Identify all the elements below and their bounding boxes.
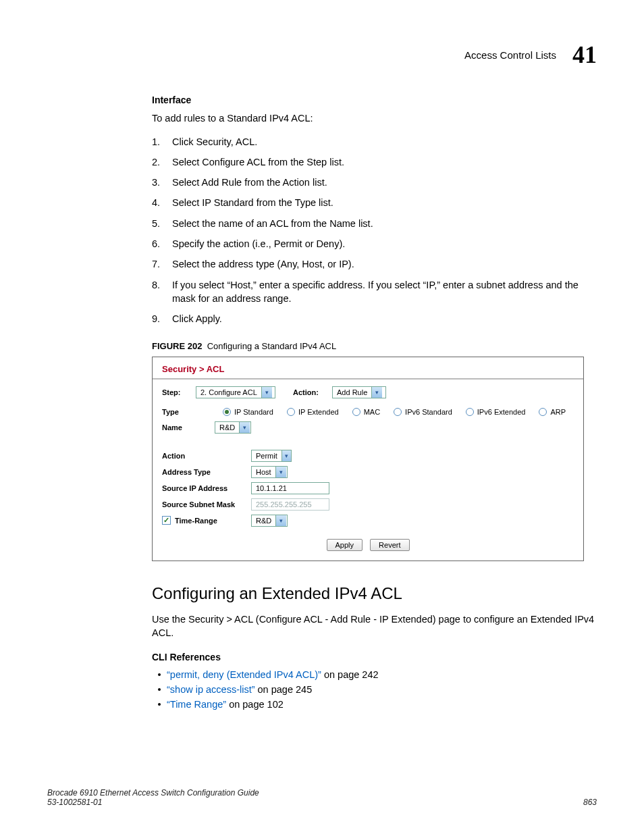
name-label: Name — [162, 423, 209, 432]
revert-button[interactable]: Revert — [370, 539, 409, 551]
chevron-down-icon: ▾ — [371, 387, 382, 398]
radio-icon — [352, 408, 360, 416]
cli-ref-link[interactable]: “show ip access-list” — [167, 684, 255, 695]
chevron-down-icon: ▾ — [239, 422, 250, 433]
radio-mac[interactable]: MAC — [352, 408, 380, 416]
list-item: 3.Select Add Rule from the Action list. — [152, 176, 597, 189]
list-item: 6.Specify the action (i.e., Permit or De… — [152, 237, 597, 251]
footer-doc-id: 53-1002581-01 — [47, 798, 259, 807]
field-timerange-label: ✓ Time-Range — [162, 516, 251, 525]
section-paragraph: Use the Security > ACL (Configure ACL - … — [152, 613, 597, 640]
page-header: Access Control Lists 41 — [464, 41, 597, 69]
source-ip-input[interactable]: 10.1.1.21 — [251, 482, 329, 494]
source-mask-input: 255.255.255.255 — [251, 498, 329, 511]
section-heading: Configuring an Extended IPv4 ACL — [152, 584, 597, 603]
radio-ip-standard[interactable]: IP Standard — [223, 408, 273, 416]
list-item: 2.Select Configure ACL from the Step lis… — [152, 155, 597, 169]
name-select[interactable]: R&D ▾ — [215, 421, 251, 434]
header-section-title: Access Control Lists — [464, 49, 556, 61]
list-item: •“show ip access-list” on page 245 — [152, 684, 597, 695]
step-label: Step: — [162, 388, 190, 396]
field-addrtype-select[interactable]: Host ▾ — [251, 466, 288, 478]
field-srcmask-label: Source Subnet Mask — [162, 500, 251, 509]
cli-references-list: •“permit, deny (Extended IPv4 ACL)” on p… — [152, 669, 597, 710]
page-number: 863 — [583, 798, 597, 807]
radio-ipv6-extended[interactable]: IPv6 Extended — [466, 408, 526, 416]
figure-title: Configuring a Standard IPv4 ACL — [207, 341, 337, 351]
chevron-down-icon: ▾ — [261, 387, 272, 398]
list-item: 8.If you select “Host,” enter a specific… — [152, 278, 597, 306]
list-item: •“permit, deny (Extended IPv4 ACL)” on p… — [152, 669, 597, 680]
radio-icon — [394, 408, 402, 416]
list-item: 1.Click Security, ACL. — [152, 135, 597, 149]
chapter-number: 41 — [572, 41, 597, 69]
action-label: Action: — [293, 388, 327, 396]
action-select[interactable]: Add Rule ▾ — [332, 386, 386, 398]
breadcrumb: Security > ACL — [153, 357, 583, 378]
page-footer: Brocade 6910 Ethernet Access Switch Conf… — [47, 788, 597, 807]
steps-list: 1.Click Security, ACL. 2.Select Configur… — [152, 135, 597, 326]
chevron-down-icon: ▾ — [281, 450, 291, 461]
list-item: •“Time Range” on page 102 — [152, 699, 597, 710]
radio-ipv6-standard[interactable]: IPv6 Standard — [394, 408, 452, 416]
list-item: 4.Select IP Standard from the Type list. — [152, 196, 597, 209]
list-item: 7.Select the address type (Any, Host, or… — [152, 257, 597, 271]
field-addrtype-label: Address Type — [162, 468, 251, 476]
cli-references-heading: CLI References — [152, 652, 597, 662]
interface-intro: To add rules to a Standard IPv4 ACL: — [152, 112, 597, 126]
cli-ref-link[interactable]: “permit, deny (Extended IPv4 ACL)” — [167, 669, 321, 680]
radio-icon — [539, 408, 547, 416]
chevron-down-icon: ▾ — [275, 467, 286, 477]
list-item: 9.Click Apply. — [152, 312, 597, 325]
interface-heading: Interface — [152, 95, 597, 105]
field-action-label: Action — [162, 452, 251, 460]
footer-doc-title: Brocade 6910 Ethernet Access Switch Conf… — [47, 788, 259, 798]
apply-button[interactable]: Apply — [327, 539, 363, 551]
cli-ref-link[interactable]: “Time Range” — [167, 699, 226, 710]
radio-arp[interactable]: ARP — [539, 408, 566, 416]
chevron-down-icon: ▾ — [275, 515, 286, 526]
time-range-checkbox[interactable]: ✓ — [162, 516, 171, 525]
field-action-select[interactable]: Permit ▾ — [251, 450, 292, 462]
figure-caption: FIGURE 202 Configuring a Standard IPv4 A… — [152, 341, 597, 351]
radio-ip-extended[interactable]: IP Extended — [287, 408, 339, 416]
step-select[interactable]: 2. Configure ACL ▾ — [196, 386, 275, 398]
list-item: 5.Select the name of an ACL from the Nam… — [152, 217, 597, 230]
field-srcip-label: Source IP Address — [162, 484, 251, 492]
figure-number: FIGURE 202 — [152, 341, 202, 351]
time-range-select[interactable]: R&D ▾ — [251, 515, 288, 527]
radio-icon — [223, 408, 231, 416]
type-label: Type — [162, 408, 209, 416]
figure-screenshot: Security > ACL Step: 2. Configure ACL ▾ … — [152, 357, 584, 561]
radio-icon — [466, 408, 474, 416]
radio-icon — [287, 408, 295, 416]
